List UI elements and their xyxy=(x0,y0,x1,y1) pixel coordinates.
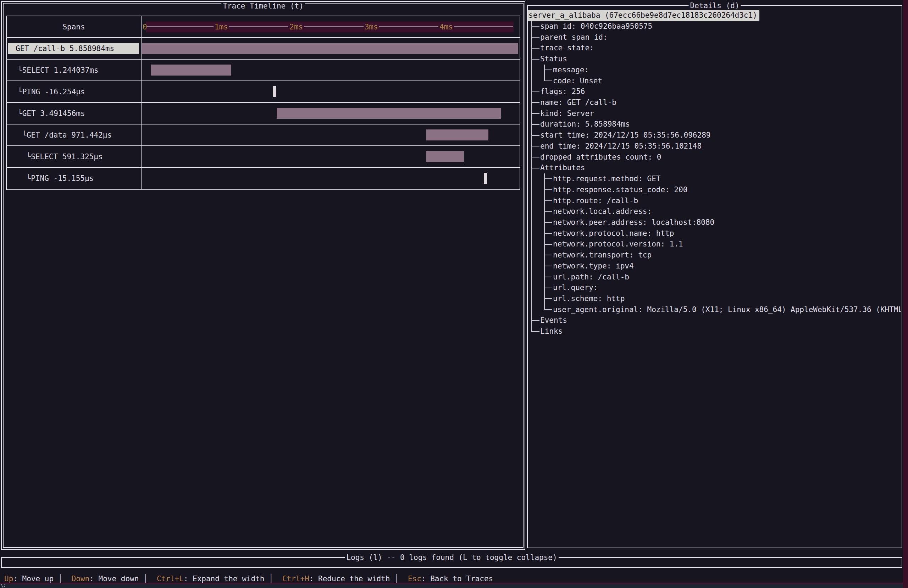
span-label: └GET 3.491456ms xyxy=(18,109,85,118)
detail-line[interactable]: duration: 5.858984ms xyxy=(528,119,901,130)
span-label: GET /call-b 5.858984ms xyxy=(16,44,114,53)
table-row[interactable]: └PING -16.254µs xyxy=(7,81,520,103)
tree-line xyxy=(531,293,532,304)
detail-line-text: http.request.method: GET xyxy=(553,173,660,184)
detail-line[interactable]: Events xyxy=(528,315,901,326)
detail-line[interactable]: span id: 040c926baa950575 xyxy=(528,21,901,32)
hint-key: Ctrl+L xyxy=(157,575,184,583)
span-label: └GET /data 971.442µs xyxy=(22,131,112,139)
detail-line[interactable]: kind: Server xyxy=(528,108,901,119)
detail-line[interactable]: http.response.status_code: 200 xyxy=(528,184,901,195)
tree-line xyxy=(531,76,532,87)
tree-line xyxy=(545,277,552,277)
tree-line xyxy=(532,102,539,103)
hint-desc: : Move up xyxy=(13,575,53,583)
hint-key: Ctrl+H xyxy=(282,575,309,583)
span-duration-bar xyxy=(142,43,518,54)
detail-line[interactable]: trace state: xyxy=(528,43,901,53)
hint-separator: │ xyxy=(139,575,157,583)
tree-line xyxy=(531,184,532,195)
detail-line[interactable]: network.peer.address: localhost:8080 xyxy=(528,217,901,228)
detail-line-text: end time: 2024/12/15 05:35:56.102148 xyxy=(540,141,702,152)
ruler-tick: 2ms xyxy=(288,23,304,31)
span-instant-mark xyxy=(273,86,276,97)
detail-line[interactable]: network.protocol.version: 1.1 xyxy=(528,239,901,250)
detail-line[interactable]: dropped attributes count: 0 xyxy=(528,152,901,163)
table-row[interactable]: └PING -15.155µs xyxy=(7,168,520,188)
tree-line xyxy=(545,69,552,70)
table-row[interactable]: └SELECT 1.244037ms xyxy=(7,60,520,81)
hint-desc: : Move down xyxy=(89,575,139,583)
detail-line-text: network.protocol.version: 1.1 xyxy=(553,239,683,250)
ruler-tick: 1ms xyxy=(214,23,229,31)
detail-line[interactable]: network.type: ipv4 xyxy=(528,261,901,272)
bottom-corner-fragment: \: xyxy=(1,583,6,588)
table-row[interactable]: └GET /data 971.442µs xyxy=(7,124,520,146)
detail-line[interactable]: user_agent.original: Mozilla/5.0 (X11; L… xyxy=(528,304,901,315)
detail-line[interactable]: start time: 2024/12/15 05:35:56.096289 xyxy=(528,130,901,141)
tree-line xyxy=(532,168,539,168)
detail-line[interactable]: http.request.method: GET xyxy=(528,173,901,184)
tree-line xyxy=(532,135,539,136)
detail-line[interactable]: url.scheme: http xyxy=(528,293,901,304)
detail-line[interactable]: network.protocol.name: http xyxy=(528,228,901,239)
tree-line xyxy=(532,320,539,321)
hint-separator: │ xyxy=(264,575,282,583)
detail-line[interactable]: http.route: /call-b xyxy=(528,195,901,206)
detail-line-text: dropped attributes count: 0 xyxy=(540,152,661,163)
ruler-tick: 4ms xyxy=(438,23,454,31)
tree-line xyxy=(531,304,532,315)
tree-line xyxy=(531,250,532,261)
detail-line[interactable]: url.path: /call-b xyxy=(528,272,901,283)
table-row[interactable]: GET /call-b 5.858984ms xyxy=(7,38,520,60)
detail-line-text: network.type: ipv4 xyxy=(553,261,634,272)
tree-line xyxy=(531,239,532,250)
detail-line-text: http.response.status_code: 200 xyxy=(553,184,687,195)
detail-line-text: url.scheme: http xyxy=(553,293,625,304)
tree-line xyxy=(545,81,552,81)
detail-line[interactable]: url.query: xyxy=(528,282,901,293)
resource-header[interactable]: server_a_alibaba (67ecc66be9e8d7ec18183c… xyxy=(528,10,759,21)
terminal-screen: Trace Timeline (t) Spans 01ms2ms3ms4ms G… xyxy=(0,0,908,588)
spans-column-header: Spans xyxy=(7,16,142,37)
span-label: └SELECT 591.325µs xyxy=(27,153,103,161)
detail-line[interactable]: network.local.address: xyxy=(528,206,901,217)
tree-line xyxy=(532,48,539,48)
detail-line[interactable]: message: xyxy=(528,64,901,76)
tree-line xyxy=(532,113,539,114)
span-duration-bar xyxy=(426,129,488,140)
tree-line xyxy=(545,222,552,223)
tree-line xyxy=(545,288,552,288)
span-duration-bar xyxy=(277,108,501,119)
detail-line-text: network.protocol.name: http xyxy=(553,228,674,239)
detail-line[interactable]: parent span id: xyxy=(528,32,901,43)
span-label-cell: └GET /data 971.442µs xyxy=(7,124,142,145)
hint-separator: │ xyxy=(390,575,408,583)
detail-line[interactable]: network.transport: tcp xyxy=(528,250,901,261)
details-content: server_a_alibaba (67ecc66be9e8d7ec18183c… xyxy=(528,9,901,541)
logs-panel[interactable]: Logs (l) -- 0 logs found (L to toggle co… xyxy=(1,557,902,568)
span-timeline-cell xyxy=(142,60,520,81)
span-duration-bar xyxy=(426,151,464,162)
tree-line xyxy=(545,266,552,266)
tree-line xyxy=(532,92,539,92)
tree-line xyxy=(531,173,532,184)
detail-line[interactable]: code: Unset xyxy=(528,76,901,87)
detail-line[interactable]: Links xyxy=(528,326,901,337)
detail-line-text: url.path: /call-b xyxy=(553,272,629,283)
detail-line[interactable]: Attributes xyxy=(528,163,901,173)
detail-line-text: Attributes xyxy=(540,163,585,173)
span-label-cell: └PING -15.155µs xyxy=(7,168,142,188)
detail-line[interactable]: name: GET /call-b xyxy=(528,97,901,108)
hint-key: Up xyxy=(4,575,13,583)
span-timeline-cell xyxy=(142,38,520,59)
detail-line-text: Status xyxy=(540,53,567,64)
table-row[interactable]: └SELECT 591.325µs xyxy=(7,146,520,168)
detail-line[interactable]: Status xyxy=(528,53,901,64)
detail-line-text: Links xyxy=(540,326,562,337)
detail-line[interactable]: flags: 256 xyxy=(528,86,901,97)
table-row[interactable]: └GET 3.491456ms xyxy=(7,103,520,124)
detail-line-text: network.transport: tcp xyxy=(553,250,652,261)
span-label-cell: └SELECT 591.325µs xyxy=(7,146,142,167)
detail-line[interactable]: end time: 2024/12/15 05:35:56.102148 xyxy=(528,141,901,152)
